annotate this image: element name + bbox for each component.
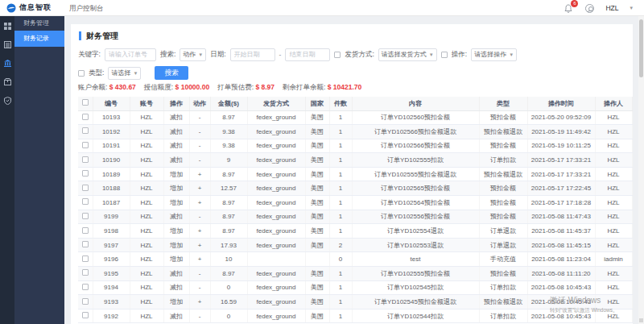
shipping-filter-checkbox[interactable] (334, 52, 341, 58)
row-checkbox[interactable] (82, 298, 89, 305)
cell-operation: 增加 (163, 167, 189, 181)
dashboard-icon[interactable] (4, 23, 11, 30)
cell-amount: 8.97 (210, 110, 247, 125)
checkbox-column-header (78, 97, 93, 110)
user-menu-caret-icon[interactable]: ▾ (630, 5, 633, 11)
cell-shipping: fedex_ground (247, 280, 305, 295)
cell-country: 美国 (305, 267, 329, 281)
cell-qty: 1 (329, 110, 352, 125)
search-button[interactable]: 搜索 (155, 66, 188, 80)
row-checkbox[interactable] (82, 156, 89, 163)
sidebar-item-finance-records[interactable]: 财务记录 (14, 31, 64, 47)
type-filter-checkbox[interactable] (78, 70, 85, 77)
cell-account: HZL (130, 210, 163, 224)
operation-filter-checkbox[interactable] (441, 52, 448, 58)
sidebar-item-finance-group[interactable]: 财务管理 (14, 16, 64, 31)
row-checkbox[interactable] (82, 241, 89, 247)
row-checkbox-cell (78, 110, 93, 125)
row-checkbox[interactable] (82, 127, 89, 134)
username[interactable]: HZL (605, 4, 618, 12)
scrollbar-thumb[interactable] (639, 19, 643, 77)
scrollbar-down-button[interactable] (639, 318, 643, 322)
row-checkbox[interactable] (82, 213, 89, 219)
cell-amount: 10 (210, 252, 247, 267)
cell-content: 订单YD102555预扣金额 (352, 267, 479, 281)
orders-list-icon[interactable] (4, 41, 11, 48)
row-checkbox[interactable] (82, 198, 89, 205)
cell-content: test (352, 252, 479, 267)
date-start-input[interactable] (230, 48, 275, 61)
cell-account: HZL (130, 224, 163, 239)
row-checkbox[interactable] (82, 312, 89, 318)
column-header-content: 内容 (352, 97, 479, 110)
cell-qty: 1 (329, 309, 352, 323)
cell-operator: HZL (595, 110, 632, 125)
vertical-scrollbar[interactable] (638, 16, 644, 324)
cell-type: 订单扣款 (479, 309, 527, 323)
row-checkbox-cell (78, 167, 93, 181)
row-checkbox-cell (78, 252, 93, 267)
cell-type: 预扣金额退款 (479, 295, 527, 309)
row-checkbox[interactable] (82, 284, 89, 290)
row-checkbox[interactable] (82, 269, 89, 276)
row-checkbox-cell (78, 210, 93, 224)
cell-type: 预扣金额 (479, 196, 527, 210)
keyword-input[interactable] (105, 48, 156, 61)
table-row: 10190HZL减扣-9fedex_ground美国1订单YD102555扣款订… (78, 153, 632, 168)
console-nav-link[interactable]: 用户控制台 (69, 4, 104, 14)
cell-qty: 1 (329, 295, 352, 309)
operation-select[interactable]: 请选择操作▼ (471, 48, 517, 61)
column-header-qty: 件数 (329, 97, 352, 110)
row-checkbox[interactable] (82, 142, 89, 148)
cell-country: 美国 (305, 224, 329, 239)
cell-action: + (189, 167, 210, 181)
cell-amount: 8.97 (210, 267, 247, 281)
cell-id: 10190 (93, 153, 130, 168)
cell-time: 2021-05-08 11:23:04 (527, 252, 595, 267)
finance-bank-icon[interactable] (4, 60, 11, 67)
row-checkbox[interactable] (82, 227, 89, 234)
cell-action: - (189, 309, 210, 323)
user-avatar-icon[interactable] (585, 4, 594, 13)
filter-row-1: 关键字: 搜索: 动作▼ 日期: - 发货方式: 请选择发货方式▼ 操作: 请选… (78, 48, 517, 61)
cell-qty: 1 (329, 224, 352, 239)
cell-operation: 增加 (163, 181, 189, 196)
cell-id: 9193 (93, 295, 130, 309)
cell-account: HZL (130, 196, 163, 210)
type-select[interactable]: 请选择▼ (108, 67, 141, 80)
cell-content: 订单YD102566预扣金额 (352, 139, 479, 153)
sub-sidebar: 财务管理 财务记录 (14, 16, 64, 324)
package-icon[interactable] (4, 78, 11, 85)
cell-operator: HZL (595, 238, 632, 252)
date-end-input[interactable] (285, 48, 330, 61)
table-header-row: 编号账号操作动作金额($)发货方式国家件数内容类型操作时间操作人 (78, 97, 632, 110)
row-checkbox[interactable] (82, 170, 89, 177)
chevron-down-icon: ▼ (133, 71, 138, 76)
cell-action: + (189, 252, 210, 267)
cell-country: 美国 (305, 295, 329, 309)
cell-country: 美国 (305, 153, 329, 168)
brand-logo[interactable]: 信息智联 (6, 2, 52, 13)
cell-shipping: fedex_ground (247, 309, 305, 323)
cell-amount: 12.57 (210, 181, 247, 196)
account-summary: 账户余额: $ 430.67授信额度: $ 10000.00打单预估费: $ 8… (78, 83, 365, 93)
cell-qty: 1 (329, 167, 352, 181)
search-type-select[interactable]: 动作▼ (180, 48, 206, 61)
cell-type: 订单退款 (479, 224, 527, 239)
summary-label: 授信额度: (144, 83, 173, 91)
notification-bell-icon[interactable]: 6 (564, 2, 574, 14)
cell-action: - (189, 210, 210, 224)
notification-badge: 6 (571, 0, 578, 7)
row-checkbox[interactable] (82, 114, 89, 120)
cell-shipping: fedex_ground (247, 210, 305, 224)
shipping-select[interactable]: 请选择发货方式▼ (378, 48, 437, 61)
type-label: 类型: (89, 69, 104, 78)
column-header-id: 编号 (93, 97, 130, 110)
cell-content: 订单YD102556预扣金额 (352, 210, 479, 224)
row-checkbox[interactable] (82, 255, 89, 262)
table-row: 10188HZL增加+12.57fedex_ground美国1订单YD10256… (78, 181, 632, 196)
cell-operator: HZL (595, 295, 632, 309)
select-all-checkbox[interactable] (82, 99, 89, 106)
row-checkbox[interactable] (82, 185, 89, 191)
shield-check-icon[interactable] (4, 97, 11, 105)
